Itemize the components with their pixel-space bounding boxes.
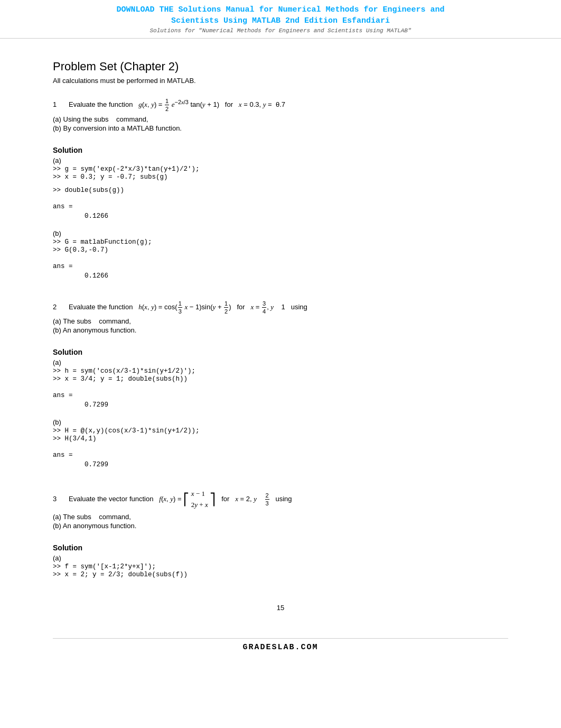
problem-1-code-5: >> G(0.3,-0.7) [53,246,508,254]
page-number: 15 [53,593,508,617]
problem-2-number: 2 [53,303,62,311]
problem-2-ans-value-a: 0.7299 [53,401,508,409]
header-banner: DOWNLOAD THE Solutions Manual for Numeri… [0,0,561,39]
header-title: DOWNLOAD THE Solutions Manual for Numeri… [11,4,550,26]
problem-1-ans-label-a: ans = [53,203,508,210]
problem-2-ans-label-b: ans = [53,451,508,459]
problem-3-code-1: >> f = sym('[x-1;2*y+x]'); [53,563,508,570]
footer-brand: GRADESLAB.COM [53,638,508,652]
header-title-line1: DOWNLOAD THE Solutions Manual for Numeri… [116,5,444,14]
intro-text: All calculations must be performed in MA… [53,77,508,85]
problem-1-part-a-desc: (a) Using the subs command, [53,115,508,123]
problem-2-ans-value-b: 0.7299 [53,461,508,468]
problem-3-part-b-desc: (b) An anonymous function. [53,522,508,530]
problem-3-part-a-desc: (a) The subs command, [53,513,508,521]
problem-1-ans-value-a: 0.1266 [53,213,508,220]
problem-1-number: 1 [53,100,62,108]
problem-2: 2 Evaluate the function h(x, y) = cos(13… [53,294,508,469]
problem-2-ans-label-a: ans = [53,392,508,399]
problem-2-sol-b-label: (b) [53,418,508,426]
problem-1-sol-b-label: (b) [53,229,508,237]
problem-1-code-3: >> double(subs(g)) [53,187,508,194]
problem-1-ans-value-b: 0.1266 [53,272,508,280]
problem-2-code-2: >> x = 3/4; y = 1; double(subs(h)) [53,375,508,383]
problem-2-text: Evaluate the function h(x, y) = cos(13 x… [69,300,307,316]
problem-3-statement: 3 Evaluate the vector function f(x, y) =… [53,489,508,511]
problem-1-ans-label-b: ans = [53,263,508,270]
problem-1: 1 Evaluate the function g(x, y) = 12 e−2… [53,97,508,280]
problem-3-solution-header: Solution [53,543,508,552]
problem-3-code-2: >> x = 2; y = 2/3; double(subs(f)) [53,571,508,578]
problem-2-part-b-desc: (b) An anonymous function. [53,326,508,334]
problem-1-code-2: >> x = 0.3; y = -0.7; subs(g) [53,173,508,181]
problem-1-text: Evaluate the function g(x, y) = 12 e−2x/… [69,97,285,113]
problem-1-code-4: >> G = matlabFunction(g); [53,238,508,246]
problem-2-code-1: >> h = sym('cos(x/3-1)*sin(y+1/2)'); [53,367,508,375]
page-title: Problem Set (Chapter 2) [53,60,508,73]
problem-1-statement: 1 Evaluate the function g(x, y) = 12 e−2… [53,97,508,113]
problem-3-number: 3 [53,495,62,503]
problem-1-part-b-desc: (b) By conversion into a MATLAB function… [53,124,508,132]
header-title-line2: Scientists Using MATLAB 2nd Edition Esfa… [171,16,390,25]
header-subtitle: Solutions for "Numerical Methods for Eng… [11,27,550,34]
problem-2-code-4: >> H(3/4,1) [53,435,508,443]
problem-2-solution-header: Solution [53,348,508,356]
main-content: Problem Set (Chapter 2) All calculations… [0,39,561,638]
problem-3-text: Evaluate the vector function f(x, y) = ⎡… [69,489,292,511]
problem-3-sol-a-label: (a) [53,554,508,562]
problem-2-statement: 2 Evaluate the function h(x, y) = cos(13… [53,300,508,316]
problem-3: 3 Evaluate the vector function f(x, y) =… [53,483,508,578]
problem-1-solution-header: Solution [53,146,508,154]
problem-1-sol-a-label: (a) [53,156,508,164]
problem-2-part-a-desc: (a) The subs command, [53,317,508,325]
problem-1-code-1: >> g = sym('exp(-2*x/3)*tan(y+1)/2'); [53,165,508,173]
problem-2-code-3: >> H = @(x,y)(cos(x/3-1)*sin(y+1/2)); [53,427,508,435]
header-subtitle-text: Solutions for "Numerical Methods for Eng… [149,27,411,34]
problem-2-sol-a-label: (a) [53,358,508,366]
